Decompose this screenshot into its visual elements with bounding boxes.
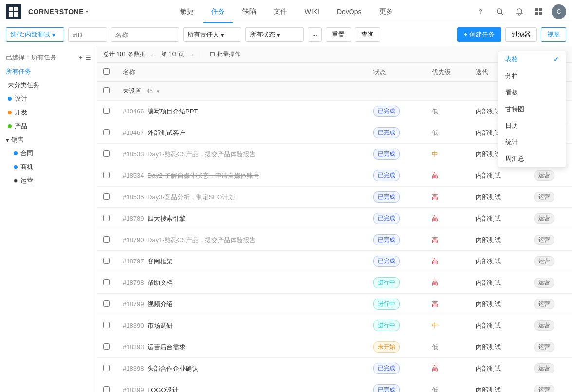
row-checkbox[interactable] <box>103 343 110 350</box>
row-check[interactable] <box>97 122 117 144</box>
row-check[interactable] <box>97 272 117 294</box>
reset-button[interactable]: 重置 <box>326 27 351 42</box>
nav-item-bug[interactable]: 缺陷 <box>235 0 264 23</box>
search-icon[interactable] <box>493 5 507 19</box>
sidebar-item-contract[interactable]: 合同 <box>0 147 97 160</box>
group-check[interactable] <box>97 82 117 101</box>
task-name-cell[interactable]: #18789 四大搜索引擎 <box>117 208 368 229</box>
row-checkbox[interactable] <box>103 129 110 135</box>
sidebar-menu-icon[interactable]: ☰ <box>85 54 91 61</box>
row-check[interactable] <box>97 165 117 187</box>
sidebar-item-marketing[interactable]: 运营 <box>0 174 97 187</box>
view-dropdown-item[interactable]: 甘特图 <box>498 101 566 117</box>
next-page-button[interactable]: → <box>187 50 197 59</box>
task-name-cell[interactable]: #18797 客网框架 <box>117 251 368 272</box>
group-checkbox[interactable] <box>103 87 110 93</box>
group-expand-icon[interactable]: ▾ <box>157 88 160 94</box>
row-check[interactable] <box>97 187 117 208</box>
task-name-cell[interactable]: #18533 Day1-熟悉CS产品，提交产品体验报告 <box>117 144 368 165</box>
row-checkbox[interactable] <box>103 322 110 328</box>
view-dropdown-item[interactable]: 表格✓ <box>498 51 566 68</box>
row-check[interactable] <box>97 315 117 336</box>
sidebar-group-sales-header[interactable]: ▾ 销售 <box>0 133 97 147</box>
row-checkbox[interactable] <box>103 150 110 157</box>
status-filter[interactable]: 所有状态 ▾ <box>245 27 304 42</box>
view-button[interactable]: 视图 <box>541 27 566 42</box>
row-checkbox[interactable] <box>103 215 110 221</box>
sprint-cell: 内部测试 <box>470 165 528 187</box>
sidebar-item-product[interactable]: 产品 <box>0 119 97 133</box>
row-checkbox[interactable] <box>103 236 110 243</box>
sidebar-item-all-tasks[interactable]: 所有任务 <box>0 65 97 78</box>
dot-icon <box>8 124 12 128</box>
row-checkbox[interactable] <box>103 172 110 178</box>
task-title: Day1-熟悉CS产品，提交产品体验报告 <box>148 150 256 158</box>
row-check[interactable] <box>97 358 117 379</box>
task-name-cell[interactable]: #18799 视频介绍 <box>117 294 368 315</box>
row-check[interactable] <box>97 229 117 251</box>
nav-item-devops[interactable]: DevOps <box>329 0 369 23</box>
view-dropdown-item[interactable]: 周汇总 <box>498 150 566 167</box>
task-name-cell[interactable]: #10467 外部测试客户 <box>117 122 368 144</box>
notification-icon[interactable] <box>513 5 526 19</box>
task-name-cell[interactable]: #18393 运营后台需求 <box>117 336 368 358</box>
svg-rect-9 <box>539 12 542 15</box>
col-check[interactable] <box>97 63 117 82</box>
help-icon[interactable]: ? <box>474 5 487 19</box>
create-task-button[interactable]: + 创建任务 <box>457 27 501 42</box>
name-filter[interactable] <box>111 27 179 42</box>
row-check[interactable] <box>97 251 117 272</box>
row-check[interactable] <box>97 379 117 392</box>
more-filter-btn[interactable]: ··· <box>308 27 322 42</box>
row-check[interactable] <box>97 208 117 229</box>
sprint-cell: 内部测试 <box>470 315 528 336</box>
row-check[interactable] <box>97 144 117 165</box>
row-checkbox[interactable] <box>103 279 110 285</box>
view-dropdown-item[interactable]: 统计 <box>498 134 566 150</box>
row-check[interactable] <box>97 101 117 122</box>
task-name-cell[interactable]: #18790 Day1-熟悉CS产品，提交产品体验报告 <box>117 229 368 251</box>
row-check[interactable] <box>97 336 117 358</box>
row-checkbox[interactable] <box>103 386 110 392</box>
nav-item-task[interactable]: 任务 <box>203 0 233 23</box>
task-name-cell[interactable]: #18398 头部合作企业确认 <box>117 358 368 379</box>
grid-icon[interactable] <box>532 5 546 19</box>
sidebar-item-design[interactable]: 设计 <box>0 92 97 106</box>
batch-operation-button[interactable]: ☐ 批量操作 <box>207 49 243 59</box>
task-name-cell[interactable]: #18390 市场调研 <box>117 315 368 336</box>
tag-cell: 运营 <box>528 229 572 251</box>
prev-page-button[interactable]: ← <box>148 50 158 59</box>
task-id: #18799 <box>123 300 144 308</box>
row-checkbox[interactable] <box>103 193 110 200</box>
project-dropdown[interactable]: CORNERSTONE ▾ <box>25 6 91 18</box>
select-all-checkbox[interactable] <box>103 68 110 75</box>
nav-item-wiki[interactable]: WIKI <box>297 0 327 23</box>
nav-item-agile[interactable]: 敏捷 <box>172 0 202 23</box>
row-checkbox[interactable] <box>103 300 110 307</box>
sidebar-item-opportunity[interactable]: 商机 <box>0 160 97 174</box>
row-checkbox[interactable] <box>103 108 110 114</box>
view-dropdown-item[interactable]: 分栏 <box>498 68 566 84</box>
sidebar-item-dev[interactable]: 开发 <box>0 106 97 119</box>
nav-item-more[interactable]: 更多 <box>371 0 401 23</box>
owner-filter[interactable]: 所有责任人 ▾ <box>183 27 241 42</box>
row-check[interactable] <box>97 294 117 315</box>
view-dropdown-item[interactable]: 日历 <box>498 117 566 134</box>
sprint-filter[interactable]: 迭代:内部测试 ▾ <box>6 27 64 42</box>
task-name-cell[interactable]: #18399 LOGO设计 <box>117 379 368 392</box>
filter-toggle-button[interactable]: 过滤器 <box>505 27 537 42</box>
nav-item-file[interactable]: 文件 <box>266 0 295 23</box>
row-checkbox[interactable] <box>103 365 110 371</box>
task-name-cell[interactable]: #18798 帮助文档 <box>117 272 368 294</box>
row-checkbox[interactable] <box>103 258 110 264</box>
sidebar-item-uncategorized[interactable]: 未分类任务 <box>0 78 97 92</box>
task-name-cell[interactable]: #10466 编写项目介绍PPT <box>117 101 368 122</box>
view-dropdown-item[interactable]: 看板 <box>498 84 566 101</box>
id-filter[interactable] <box>68 27 107 42</box>
sidebar-add-icon[interactable]: + <box>78 54 82 61</box>
query-button[interactable]: 查询 <box>355 27 380 42</box>
task-name-cell[interactable]: #18535 Day3-竞品分析，制定SEO计划 <box>117 187 368 208</box>
status-cell: 已完成 <box>368 379 426 392</box>
avatar[interactable]: C <box>552 4 566 19</box>
task-name-cell[interactable]: #18534 Day2-了解自媒体状态，申请自媒体账号 <box>117 165 368 187</box>
